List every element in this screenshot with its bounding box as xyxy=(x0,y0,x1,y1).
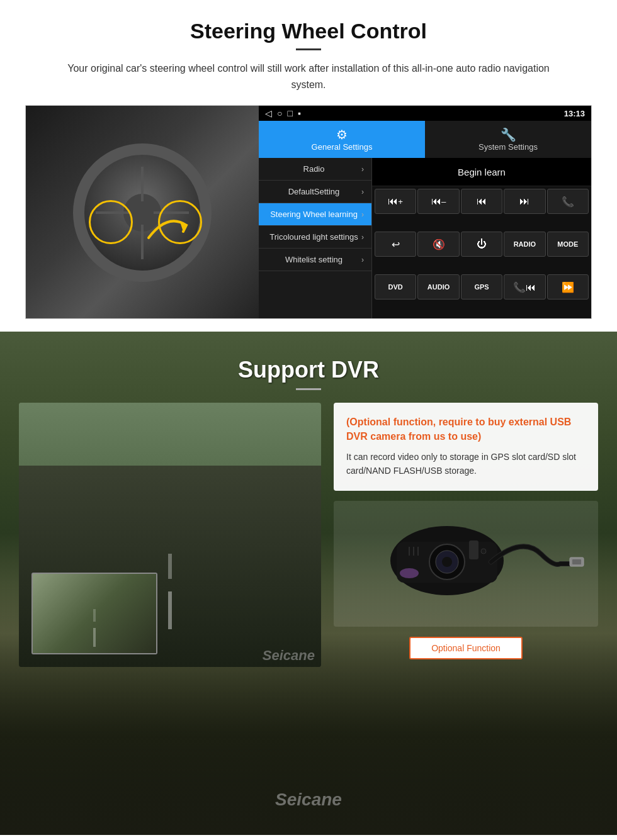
svg-point-5 xyxy=(442,557,452,567)
menu-right: Begin learn ⏮+ ⏮– ⏮ ⏭ 📞 ↩ 🔇 ⏻ RADIO xyxy=(372,158,591,318)
settings-tabs: ⚙ General Settings 🔧 System Settings xyxy=(259,121,591,158)
dvr-optional-title: (Optional function, require to buy exter… xyxy=(346,415,586,444)
title-divider xyxy=(296,48,321,50)
dvr-right-panel: (Optional function, require to buy exter… xyxy=(334,403,598,659)
optional-function-button[interactable]: Optional Function xyxy=(409,637,523,659)
android-ui: ◁ ○ □ ▪ 13:13 ⚙ General Settings 🔧 Syste… xyxy=(259,106,591,318)
begin-learn-button[interactable]: Begin learn xyxy=(372,158,591,186)
mute-btn[interactable]: 🔇 xyxy=(417,232,459,257)
tab-general-label: General Settings xyxy=(312,142,373,152)
dvr-title-area: Support DVR xyxy=(19,357,598,390)
svg-rect-10 xyxy=(572,559,581,564)
dvr-title: Support DVR xyxy=(19,357,598,383)
dvr-content: Support DVR xyxy=(0,332,617,686)
gear-icon: ⚙ xyxy=(262,127,422,142)
chevron-icon: › xyxy=(361,233,364,242)
tab-system-label: System Settings xyxy=(478,142,538,152)
seicane-watermark-bottom: Seicane xyxy=(275,790,342,810)
menu-item-default-setting[interactable]: DefaultSetting › xyxy=(259,181,371,203)
chevron-icon: › xyxy=(361,255,364,264)
next-btn[interactable]: ⏭ xyxy=(504,189,545,214)
begin-learn-row: Begin learn xyxy=(372,158,591,186)
status-left: ◁ ○ □ ▪ xyxy=(265,108,301,118)
dvr-small-preview xyxy=(31,573,157,654)
section-description: Your original car's steering wheel contr… xyxy=(50,60,567,92)
square-icon[interactable]: □ xyxy=(287,108,292,118)
dvr-info-text: It can record video only to storage in G… xyxy=(346,450,586,478)
vol-minus-btn[interactable]: ⏮– xyxy=(417,189,459,214)
chevron-icon: › xyxy=(361,165,364,174)
system-icon: 🔧 xyxy=(428,127,588,142)
steering-wheel-image xyxy=(26,106,259,319)
mode-btn[interactable]: MODE xyxy=(547,232,589,257)
dvr-section: Support DVR xyxy=(0,332,617,835)
dvr-info-box: (Optional function, require to buy exter… xyxy=(334,403,598,491)
tab-system-settings[interactable]: 🔧 System Settings xyxy=(425,121,591,158)
menu-item-steering-label: Steering Wheel learning xyxy=(266,210,361,219)
dvr-left-panel: Seicane xyxy=(19,403,321,667)
menu-item-whitelist[interactable]: Whitelist setting › xyxy=(259,249,371,271)
dvr-device-illustration xyxy=(334,501,598,627)
menu-item-radio[interactable]: Radio › xyxy=(259,158,371,181)
home-icon[interactable]: ○ xyxy=(277,108,282,118)
file-icon[interactable]: ▪ xyxy=(298,108,301,118)
call-btn[interactable]: 📞 xyxy=(547,189,589,214)
yellow-arrow xyxy=(142,206,193,244)
svg-rect-11 xyxy=(469,540,478,559)
status-time: 13:13 xyxy=(564,109,585,118)
radio-btn[interactable]: RADIO xyxy=(504,232,545,257)
menu-item-whitelist-label: Whitelist setting xyxy=(266,255,361,264)
dvr-screenshot: Seicane xyxy=(19,403,321,667)
menu-left: Radio › DefaultSetting › Steering Wheel … xyxy=(259,158,372,318)
audio-btn[interactable]: AUDIO xyxy=(417,274,459,300)
vol-plus-btn[interactable]: ⏮+ xyxy=(375,189,416,214)
dvr-title-divider xyxy=(296,388,321,390)
chevron-icon: › xyxy=(361,210,364,219)
dvd-btn[interactable]: DVD xyxy=(375,274,416,300)
svg-point-8 xyxy=(400,568,419,578)
control-buttons-grid: ⏮+ ⏮– ⏮ ⏭ 📞 ↩ 🔇 ⏻ RADIO MODE DVD AUDIO xyxy=(372,186,591,318)
page-title: Steering Wheel Control xyxy=(25,19,592,43)
menu-item-radio-label: Radio xyxy=(266,164,361,174)
seicane-watermark-left: Seicane xyxy=(263,647,315,664)
menu-item-steering-wheel[interactable]: Steering Wheel learning › xyxy=(259,203,371,226)
status-bar: ◁ ○ □ ▪ 13:13 xyxy=(259,106,591,121)
menu-item-default-label: DefaultSetting xyxy=(266,187,361,196)
gps-btn[interactable]: GPS xyxy=(461,274,502,300)
menu-item-tricoloured-label: Tricoloured light settings xyxy=(266,232,361,242)
screenshot-area: ◁ ○ □ ▪ 13:13 ⚙ General Settings 🔧 Syste… xyxy=(25,105,592,319)
call-prev-btn[interactable]: 📞⏮ xyxy=(504,274,545,300)
back-icon[interactable]: ◁ xyxy=(265,108,272,118)
left-button-highlight xyxy=(89,200,133,244)
hangup-btn[interactable]: ↩ xyxy=(375,232,416,257)
power-btn[interactable]: ⏻ xyxy=(461,232,502,257)
menu-area: Radio › DefaultSetting › Steering Wheel … xyxy=(259,158,591,318)
prev-btn[interactable]: ⏮ xyxy=(461,189,502,214)
back-next-btn[interactable]: ⏩ xyxy=(547,274,589,300)
svg-point-7 xyxy=(481,549,486,554)
chevron-icon: › xyxy=(361,188,364,196)
dvr-main-content: Seicane (Optional function, require to b… xyxy=(19,403,598,667)
tab-general-settings[interactable]: ⚙ General Settings xyxy=(259,121,425,158)
menu-item-tricoloured[interactable]: Tricoloured light settings › xyxy=(259,226,371,249)
steering-section: Steering Wheel Control Your original car… xyxy=(0,0,617,332)
dvr-camera-svg xyxy=(346,504,586,624)
